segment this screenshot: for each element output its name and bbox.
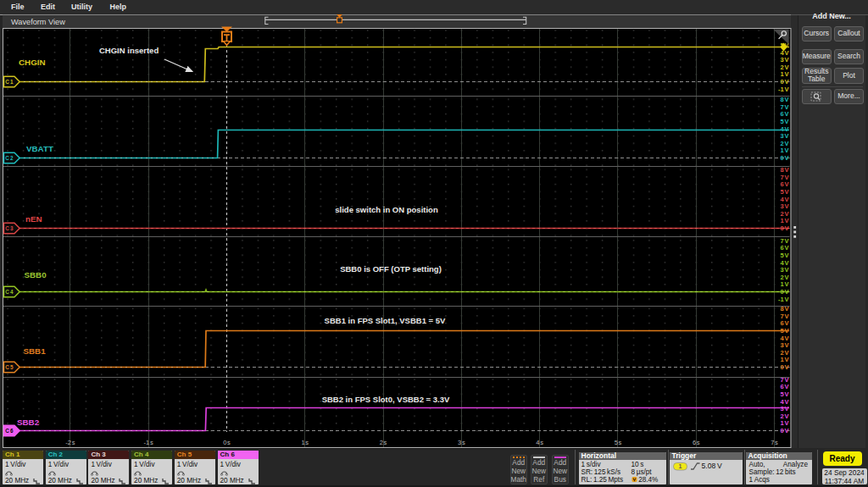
svg-text:6 V: 6 V — [781, 110, 790, 118]
svg-text:8 V: 8 V — [781, 166, 790, 174]
svg-text:5 V: 5 V — [781, 252, 790, 259]
svg-text:CHGIN inserted: CHGIN inserted — [99, 46, 159, 55]
svg-text:1 V: 1 V — [781, 280, 790, 288]
svg-text:8 V: 8 V — [781, 96, 790, 103]
svg-text:4 s: 4 s — [536, 439, 543, 446]
svg-text:C 6: C 6 — [5, 428, 14, 434]
svg-text:3 V: 3 V — [781, 202, 790, 210]
svg-text:C 5: C 5 — [5, 364, 14, 370]
svg-text:6 V: 6 V — [781, 383, 790, 390]
svg-text:3 V: 3 V — [781, 405, 790, 412]
svg-text:-1 V: -1 V — [778, 296, 789, 303]
svg-text:CHGIN: CHGIN — [19, 58, 46, 67]
svg-text:1 s: 1 s — [301, 439, 309, 446]
svg-text:5 V: 5 V — [781, 188, 790, 196]
svg-text:1 V: 1 V — [781, 419, 790, 427]
svg-text:C 4: C 4 — [5, 289, 14, 295]
svg-text:SBB2: SBB2 — [17, 418, 40, 427]
svg-text:6 V: 6 V — [781, 244, 790, 252]
svg-text:VBATT: VBATT — [26, 144, 53, 153]
svg-text:3 V: 3 V — [781, 56, 790, 64]
svg-text:-2 s: -2 s — [65, 439, 75, 446]
svg-text:C 1: C 1 — [5, 79, 14, 85]
svg-text:SBB2 in FPS Slot0, VSBB2 = 3.3: SBB2 in FPS Slot0, VSBB2 = 3.3V — [322, 395, 450, 404]
svg-text:6 s: 6 s — [693, 439, 700, 446]
svg-text:nEN: nEN — [25, 214, 42, 224]
svg-text:-1 s: -1 s — [144, 439, 153, 446]
svg-text:3 V: 3 V — [781, 266, 790, 274]
svg-text:slide switch in ON position: slide switch in ON position — [335, 205, 438, 214]
svg-text:SBB1: SBB1 — [24, 346, 47, 356]
svg-text:C 3: C 3 — [5, 225, 14, 231]
svg-text:1 V: 1 V — [781, 70, 790, 78]
svg-text:8 V: 8 V — [781, 305, 790, 313]
svg-text:3 s: 3 s — [458, 439, 465, 446]
svg-text:0 s: 0 s — [223, 439, 231, 446]
svg-text:SBB1 in FPS Slot1, VSBB1 = 5V: SBB1 in FPS Slot1, VSBB1 = 5V — [325, 316, 446, 325]
svg-text:5 V: 5 V — [781, 118, 790, 125]
svg-text:1: 1 — [678, 463, 682, 469]
svg-text:0 V: 0 V — [781, 154, 790, 162]
svg-text:SBB0 is OFF (OTP setting): SBB0 is OFF (OTP setting) — [340, 264, 442, 274]
svg-text:2 s: 2 s — [380, 439, 387, 446]
svg-text:3 V: 3 V — [781, 341, 790, 349]
svg-text:0 V: 0 V — [781, 427, 790, 434]
svg-text:6 V: 6 V — [781, 319, 790, 327]
svg-text:0 V: 0 V — [781, 78, 790, 86]
svg-text:C 2: C 2 — [5, 155, 14, 161]
svg-text:7 s: 7 s — [771, 439, 778, 446]
svg-text:-1 V: -1 V — [778, 86, 789, 93]
svg-text:1 V: 1 V — [781, 147, 790, 154]
svg-text:1 V: 1 V — [781, 356, 790, 363]
svg-text:3 V: 3 V — [781, 132, 790, 140]
svg-text:0 V: 0 V — [781, 363, 790, 371]
svg-text:6 V: 6 V — [781, 180, 790, 188]
svg-text:5 s: 5 s — [615, 439, 622, 446]
svg-text:1 V: 1 V — [781, 217, 790, 224]
svg-text:5 V: 5 V — [781, 390, 790, 398]
svg-text:SBB0: SBB0 — [25, 270, 47, 279]
